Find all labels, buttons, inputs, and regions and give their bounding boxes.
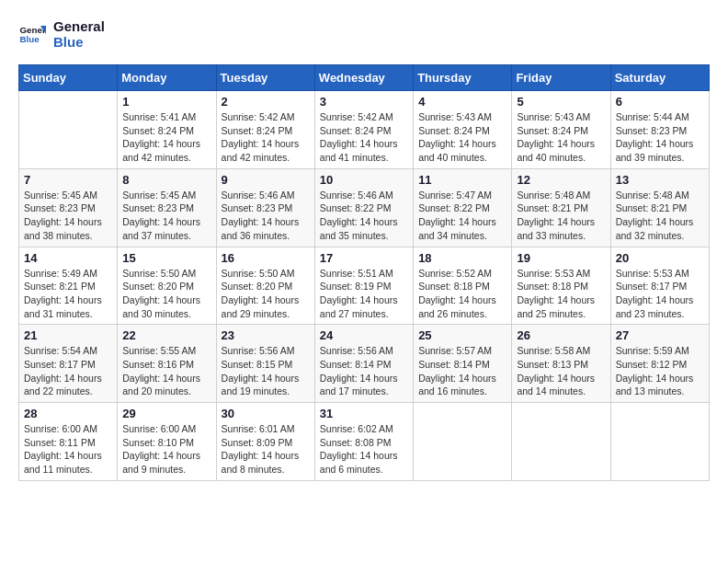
day-detail: Sunrise: 6:01 AMSunset: 8:09 PMDaylight:… [222,422,310,477]
calendar-cell: 25Sunrise: 5:57 AMSunset: 8:14 PMDayligh… [414,325,512,403]
calendar-cell [414,403,512,481]
calendar-table: SundayMondayTuesdayWednesdayThursdayFrid… [18,64,710,481]
day-detail: Sunrise: 5:47 AMSunset: 8:22 PMDaylight:… [418,189,506,243]
day-detail: Sunrise: 5:43 AMSunset: 8:24 PMDaylight:… [517,110,605,165]
day-detail: Sunrise: 5:56 AMSunset: 8:14 PMDaylight:… [320,344,408,398]
day-number: 26 [517,328,605,342]
calendar-cell: 11Sunrise: 5:47 AMSunset: 8:22 PMDayligh… [414,168,512,247]
calendar-cell: 21Sunrise: 5:54 AMSunset: 8:17 PMDayligh… [19,325,118,403]
logo: General Blue General Blue [18,18,105,50]
calendar-cell: 30Sunrise: 6:01 AMSunset: 8:09 PMDayligh… [216,403,314,481]
day-number: 16 [222,251,310,265]
calendar-cell: 5Sunrise: 5:43 AMSunset: 8:24 PMDaylight… [512,91,610,169]
page-header: General Blue General Blue [18,18,710,50]
calendar-cell: 18Sunrise: 5:52 AMSunset: 8:18 PMDayligh… [414,247,512,325]
calendar-cell: 24Sunrise: 5:56 AMSunset: 8:14 PMDayligh… [314,325,413,403]
logo-icon: General Blue [18,20,46,48]
calendar-header-row: SundayMondayTuesdayWednesdayThursdayFrid… [19,65,710,91]
calendar-cell: 10Sunrise: 5:46 AMSunset: 8:22 PMDayligh… [314,168,413,247]
logo-general: General [53,18,105,34]
day-detail: Sunrise: 6:02 AMSunset: 8:08 PMDaylight:… [320,422,408,477]
day-number: 25 [418,328,506,342]
calendar-header-tuesday: Tuesday [216,65,314,91]
day-number: 28 [24,407,112,420]
day-number: 4 [418,95,506,109]
day-number: 3 [320,95,408,109]
day-number: 1 [122,95,210,109]
calendar-cell: 4Sunrise: 5:43 AMSunset: 8:24 PMDaylight… [414,91,512,169]
day-number: 14 [24,251,112,265]
day-detail: Sunrise: 5:42 AMSunset: 8:24 PMDaylight:… [222,110,310,165]
day-detail: Sunrise: 5:50 AMSunset: 8:20 PMDaylight:… [222,267,310,321]
day-number: 31 [320,407,408,420]
calendar-header-monday: Monday [118,65,216,91]
day-detail: Sunrise: 5:48 AMSunset: 8:21 PMDaylight:… [616,189,704,243]
day-detail: Sunrise: 5:41 AMSunset: 8:24 PMDaylight:… [122,110,210,165]
svg-text:Blue: Blue [20,34,40,44]
day-number: 11 [418,173,506,187]
day-detail: Sunrise: 5:56 AMSunset: 8:15 PMDaylight:… [222,344,310,398]
day-number: 5 [517,95,605,109]
day-detail: Sunrise: 5:51 AMSunset: 8:19 PMDaylight:… [320,267,408,321]
calendar-cell: 15Sunrise: 5:50 AMSunset: 8:20 PMDayligh… [118,247,216,325]
day-number: 18 [418,251,506,265]
day-number: 22 [122,328,210,342]
logo-blue: Blue [53,34,105,50]
calendar-cell: 19Sunrise: 5:53 AMSunset: 8:18 PMDayligh… [512,247,610,325]
day-detail: Sunrise: 5:45 AMSunset: 8:23 PMDaylight:… [122,189,210,243]
calendar-cell: 9Sunrise: 5:46 AMSunset: 8:23 PMDaylight… [216,168,314,247]
calendar-cell: 29Sunrise: 6:00 AMSunset: 8:10 PMDayligh… [118,403,216,481]
calendar-cell: 14Sunrise: 5:49 AMSunset: 8:21 PMDayligh… [19,247,118,325]
day-number: 30 [222,407,310,420]
calendar-cell: 8Sunrise: 5:45 AMSunset: 8:23 PMDaylight… [118,168,216,247]
calendar-week-row-4: 21Sunrise: 5:54 AMSunset: 8:17 PMDayligh… [19,325,710,403]
calendar-cell: 13Sunrise: 5:48 AMSunset: 8:21 PMDayligh… [610,168,709,247]
day-detail: Sunrise: 5:50 AMSunset: 8:20 PMDaylight:… [122,267,210,321]
calendar-cell: 17Sunrise: 5:51 AMSunset: 8:19 PMDayligh… [314,247,413,325]
day-detail: Sunrise: 5:44 AMSunset: 8:23 PMDaylight:… [616,110,704,165]
day-number: 7 [24,173,112,187]
day-number: 17 [320,251,408,265]
day-detail: Sunrise: 5:46 AMSunset: 8:22 PMDaylight:… [320,189,408,243]
calendar-header-wednesday: Wednesday [314,65,413,91]
day-detail: Sunrise: 6:00 AMSunset: 8:11 PMDaylight:… [24,422,112,477]
day-number: 23 [222,328,310,342]
day-detail: Sunrise: 5:42 AMSunset: 8:24 PMDaylight:… [320,110,408,165]
calendar-header-sunday: Sunday [19,65,118,91]
day-number: 27 [616,328,704,342]
day-number: 8 [122,173,210,187]
calendar-cell: 20Sunrise: 5:53 AMSunset: 8:17 PMDayligh… [610,247,709,325]
calendar-cell: 22Sunrise: 5:55 AMSunset: 8:16 PMDayligh… [118,325,216,403]
day-number: 12 [517,173,605,187]
day-number: 6 [616,95,704,109]
day-detail: Sunrise: 5:58 AMSunset: 8:13 PMDaylight:… [517,344,605,398]
day-number: 15 [122,251,210,265]
calendar-cell [610,403,709,481]
calendar-week-row-5: 28Sunrise: 6:00 AMSunset: 8:11 PMDayligh… [19,403,710,481]
day-detail: Sunrise: 5:59 AMSunset: 8:12 PMDaylight:… [616,344,704,398]
calendar-cell: 7Sunrise: 5:45 AMSunset: 8:23 PMDaylight… [19,168,118,247]
calendar-cell: 16Sunrise: 5:50 AMSunset: 8:20 PMDayligh… [216,247,314,325]
calendar-cell: 28Sunrise: 6:00 AMSunset: 8:11 PMDayligh… [19,403,118,481]
day-number: 10 [320,173,408,187]
day-number: 13 [616,173,704,187]
day-detail: Sunrise: 5:43 AMSunset: 8:24 PMDaylight:… [418,110,506,165]
calendar-header-friday: Friday [512,65,610,91]
calendar-cell: 26Sunrise: 5:58 AMSunset: 8:13 PMDayligh… [512,325,610,403]
day-detail: Sunrise: 5:48 AMSunset: 8:21 PMDaylight:… [517,189,605,243]
calendar-header-saturday: Saturday [610,65,709,91]
calendar-week-row-3: 14Sunrise: 5:49 AMSunset: 8:21 PMDayligh… [19,247,710,325]
calendar-cell: 23Sunrise: 5:56 AMSunset: 8:15 PMDayligh… [216,325,314,403]
calendar-cell: 2Sunrise: 5:42 AMSunset: 8:24 PMDaylight… [216,91,314,169]
calendar-cell: 27Sunrise: 5:59 AMSunset: 8:12 PMDayligh… [610,325,709,403]
calendar-cell: 6Sunrise: 5:44 AMSunset: 8:23 PMDaylight… [610,91,709,169]
day-number: 29 [122,407,210,420]
calendar-cell [512,403,610,481]
day-detail: Sunrise: 5:54 AMSunset: 8:17 PMDaylight:… [24,344,112,398]
day-number: 2 [222,95,310,109]
day-number: 20 [616,251,704,265]
day-number: 24 [320,328,408,342]
calendar-week-row-1: 1Sunrise: 5:41 AMSunset: 8:24 PMDaylight… [19,91,710,169]
day-detail: Sunrise: 6:00 AMSunset: 8:10 PMDaylight:… [122,422,210,477]
day-detail: Sunrise: 5:52 AMSunset: 8:18 PMDaylight:… [418,267,506,321]
